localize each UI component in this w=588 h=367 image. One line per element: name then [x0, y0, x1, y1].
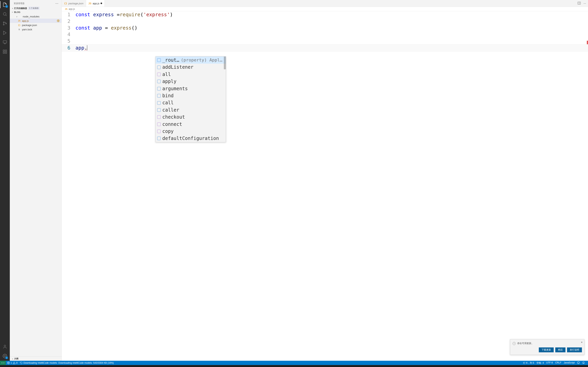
- code-editor[interactable]: 1const express =require('express')23cons…: [62, 11, 588, 361]
- method-icon: [157, 115, 161, 119]
- activity-settings-icon[interactable]: 1: [2, 353, 8, 359]
- suggest-scrollbar[interactable]: [224, 57, 226, 69]
- problems-badge: 1: [57, 19, 60, 22]
- status-language[interactable]: JavaScript: [562, 361, 576, 364]
- svg-point-9: [4, 345, 6, 347]
- json-file-icon: {}: [18, 24, 21, 27]
- later-button[interactable]: 稍后: [555, 347, 565, 352]
- unsaved-badge: 1 个未保存: [28, 7, 40, 10]
- activity-source-control-icon[interactable]: [2, 21, 8, 26]
- split-editor-icon[interactable]: [578, 1, 581, 5]
- tree-item-label: node_modules: [23, 15, 39, 18]
- svg-rect-4: [3, 41, 7, 43]
- open-editors-label: 打开的编辑器: [14, 7, 27, 10]
- outline-section[interactable]: › 大纲: [10, 356, 61, 361]
- project-name: BLOG: [14, 11, 20, 13]
- code-line[interactable]: 4: [62, 31, 588, 38]
- code-line[interactable]: 6app.: [62, 44, 588, 51]
- minimap[interactable]: [585, 11, 588, 361]
- suggest-item[interactable]: _rout…(property) Appli…: [156, 57, 226, 64]
- status-warnings-count: 0: [16, 361, 18, 364]
- editor-area: {} package.json JS app.js ⋯ JS app.js: [62, 0, 588, 361]
- js-file-icon: JS: [88, 2, 92, 5]
- code-line[interactable]: 2: [62, 18, 588, 25]
- tree-file-yarn-lock[interactable]: 🗎 yarn.lock: [10, 27, 61, 32]
- project-section[interactable]: › BLOG: [10, 10, 61, 14]
- status-encoding[interactable]: UTF-8: [545, 361, 554, 364]
- release-notes-button[interactable]: 发行说明: [567, 347, 582, 352]
- property-icon: [157, 80, 161, 83]
- tree-file-package-json[interactable]: {} package.json: [10, 23, 61, 27]
- close-icon[interactable]: ✕: [581, 341, 583, 344]
- activity-accounts-icon[interactable]: [2, 344, 8, 349]
- suggest-label: defaultConfiguration: [162, 135, 219, 142]
- sidebar-more-icon[interactable]: ⋯: [55, 1, 58, 5]
- line-number: 4: [62, 31, 76, 38]
- status-cursor-position[interactable]: 行 6，列 5: [522, 361, 535, 365]
- suggest-item[interactable]: arguments: [156, 85, 226, 92]
- line-number: 1: [62, 11, 76, 18]
- tab-package-json[interactable]: {} package.json: [62, 0, 86, 7]
- property-icon: [157, 58, 161, 62]
- status-download-progress[interactable]: Downloading IntelliCode models: Download…: [19, 361, 115, 365]
- suggest-item[interactable]: addListener: [156, 64, 226, 71]
- activity-bar: 1: [0, 0, 10, 361]
- status-feedback-icon[interactable]: [576, 361, 581, 364]
- open-editors-section[interactable]: › 打开的编辑器 1 个未保存: [10, 6, 61, 10]
- sidebar: 资源管理器 ⋯ › 打开的编辑器 1 个未保存 › BLOG › node_mo…: [10, 0, 62, 361]
- download-update-button[interactable]: 下载更新: [539, 347, 554, 352]
- remote-indicator[interactable]: [0, 361, 6, 365]
- sidebar-title-bar: 资源管理器 ⋯: [10, 0, 61, 6]
- tree-folder-node-modules[interactable]: › node_modules: [10, 14, 61, 19]
- suggest-label: connect: [162, 121, 182, 127]
- status-eol[interactable]: CRLF: [554, 361, 562, 364]
- explorer-badge: 1: [5, 5, 8, 8]
- svg-rect-8: [5, 52, 7, 53]
- activity-extensions-icon[interactable]: [2, 49, 8, 54]
- breadcrumb[interactable]: JS app.js: [62, 7, 588, 11]
- status-indent[interactable]: 空格: 4: [535, 361, 545, 365]
- outline-label: 大纲: [14, 357, 18, 360]
- suggest-item[interactable]: bind: [156, 92, 226, 99]
- activity-debug-icon[interactable]: [2, 30, 8, 36]
- code-content: const express =require('express'): [76, 11, 173, 18]
- status-notifications-icon[interactable]: [581, 361, 586, 364]
- code-line[interactable]: 3const app = express(): [62, 25, 588, 31]
- suggest-item[interactable]: checkout: [156, 114, 226, 121]
- svg-point-1: [3, 22, 4, 23]
- activity-remote-icon[interactable]: [2, 40, 8, 45]
- activity-explorer-icon[interactable]: 1: [2, 2, 8, 8]
- tab-app-js[interactable]: JS app.js: [86, 0, 105, 7]
- suggest-item[interactable]: defaultConfiguration: [156, 135, 226, 142]
- status-cursor-text: 行 6，列 5: [523, 361, 534, 365]
- status-download-text: Downloading IntelliCode models: Download…: [23, 361, 114, 364]
- line-number: 3: [62, 25, 76, 31]
- tree-file-app-js[interactable]: JS app.js 1: [10, 19, 61, 23]
- tab-label: app.js: [93, 2, 100, 5]
- code-line[interactable]: 1const express =require('express'): [62, 11, 588, 18]
- suggest-item[interactable]: apply: [156, 78, 226, 85]
- suggest-label: addListener: [162, 64, 193, 70]
- suggest-item[interactable]: connect: [156, 121, 226, 128]
- notification-message: 存在可用更新。: [517, 342, 534, 345]
- suggest-item[interactable]: all: [156, 71, 226, 78]
- sidebar-title: 资源管理器: [14, 2, 25, 5]
- code-line[interactable]: 5: [62, 38, 588, 44]
- suggest-label: call: [162, 100, 174, 106]
- chevron-right-icon: ›: [11, 7, 14, 9]
- settings-badge: 1: [5, 356, 8, 359]
- suggest-item[interactable]: copy: [156, 128, 226, 135]
- suggest-label: arguments: [162, 85, 188, 92]
- suggest-item[interactable]: call: [156, 99, 226, 106]
- svg-rect-6: [5, 50, 7, 51]
- file-tree: › node_modules JS app.js 1 {} package.js…: [10, 14, 61, 32]
- chevron-right-icon: ›: [15, 15, 18, 18]
- status-problems[interactable]: 1 0: [6, 361, 19, 365]
- js-file-icon: JS: [65, 8, 67, 10]
- tab-label: package.json: [69, 2, 84, 5]
- more-actions-icon[interactable]: ⋯: [583, 2, 586, 5]
- activity-search-icon[interactable]: [2, 11, 8, 17]
- suggest-item[interactable]: caller: [156, 107, 226, 114]
- line-number: 2: [62, 18, 76, 25]
- line-number: 5: [62, 38, 76, 44]
